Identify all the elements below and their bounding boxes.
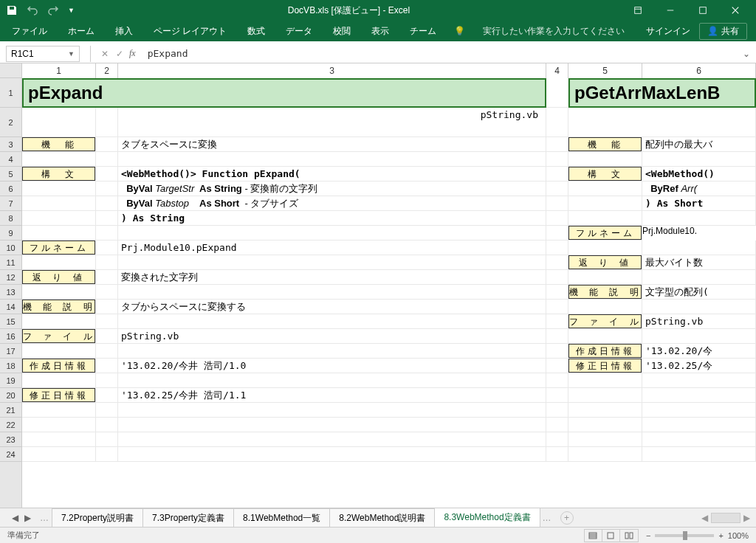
row-header[interactable]: 10 (0, 241, 21, 255)
sheet-tab-active[interactable]: 8.3WebMethod定義書 (434, 508, 540, 528)
cell[interactable] (642, 241, 756, 255)
cell[interactable] (118, 373, 546, 388)
cell[interactable] (96, 418, 118, 432)
cell[interactable] (96, 255, 118, 270)
cell[interactable] (546, 447, 568, 462)
col-header[interactable]: 2 (96, 63, 118, 78)
cell[interactable] (642, 329, 756, 344)
cell[interactable] (546, 270, 568, 285)
cell[interactable] (118, 403, 546, 418)
row-header[interactable]: 12 (0, 270, 21, 285)
koubun-line3[interactable]: ByVal Tabstop As Short - タブサイズ (118, 196, 546, 211)
cell[interactable] (118, 285, 546, 300)
cell[interactable] (642, 211, 756, 226)
cell[interactable] (96, 344, 118, 359)
row-header[interactable]: 16 (0, 329, 21, 344)
cell[interactable] (118, 226, 546, 241)
cancel-icon[interactable]: ✕ (101, 49, 109, 59)
koubun-r3[interactable]: ) As Short (642, 196, 756, 211)
fullname-value[interactable]: Prj.Module10.pExpand (118, 241, 546, 255)
row-header[interactable]: 15 (0, 314, 21, 329)
cell[interactable] (568, 447, 642, 462)
scroll-right-icon[interactable]: ▶ (743, 513, 750, 523)
kaerichi-r[interactable]: 最大バイト数 (642, 255, 756, 270)
horizontal-scrollbar[interactable] (711, 513, 740, 523)
col-header[interactable]: 3 (118, 63, 546, 78)
cell[interactable] (96, 403, 118, 418)
row-header[interactable]: 22 (0, 418, 21, 432)
cell[interactable] (642, 432, 756, 447)
cell[interactable] (96, 359, 118, 373)
tab-review[interactable]: 校閲 (330, 25, 354, 38)
cell[interactable] (22, 181, 96, 196)
cell[interactable] (568, 181, 642, 196)
row-header[interactable]: 14 (0, 300, 21, 314)
cell[interactable] (546, 285, 568, 300)
sakusei-r[interactable]: '13.02.20/今 (642, 344, 756, 359)
cell[interactable] (118, 447, 546, 462)
row-header[interactable]: 19 (0, 373, 21, 388)
cell[interactable] (96, 388, 118, 403)
ribbon-options-icon[interactable] (623, 1, 653, 19)
cell[interactable] (546, 78, 568, 108)
cell[interactable] (642, 403, 756, 418)
cell[interactable] (546, 137, 568, 152)
name-box[interactable]: R1C1 ▼ (6, 46, 80, 62)
cell[interactable] (568, 329, 642, 344)
maximize-icon[interactable] (688, 1, 718, 19)
cell[interactable] (642, 418, 756, 432)
zoom-out-button[interactable]: − (646, 531, 650, 540)
cell[interactable] (96, 300, 118, 314)
setsumei-r[interactable]: 文字型の配列( (642, 285, 756, 300)
cells-area[interactable]: pExpand pGetArrMaxLenB pString.vb 機 能 タブ… (22, 78, 756, 508)
koubun-line1[interactable]: <WebMethod()> Function pExpand( (118, 167, 546, 181)
setsumei-value[interactable]: タブからスペースに変換する (118, 300, 546, 314)
tellme-input[interactable]: 実行したい作業を入力してください (480, 25, 628, 38)
row-header[interactable]: 24 (0, 447, 21, 462)
shusei-r[interactable]: '13.02.25/今 (642, 359, 756, 373)
cell[interactable] (22, 373, 96, 388)
title-cell-left[interactable]: pExpand (22, 78, 546, 108)
row-header[interactable]: 3 (0, 137, 21, 152)
cell[interactable] (118, 344, 546, 359)
row-header[interactable]: 6 (0, 181, 21, 196)
cell[interactable] (642, 300, 756, 314)
cell[interactable] (642, 152, 756, 167)
cell[interactable] (22, 447, 96, 462)
shusei-value[interactable]: '13.02.25/今井 浩司/1.1 (118, 388, 546, 403)
koubun-line4[interactable]: ) As String (118, 211, 546, 226)
tab-insert[interactable]: 挿入 (112, 25, 136, 38)
row-header[interactable]: 8 (0, 211, 21, 226)
cell[interactable] (568, 388, 642, 403)
cell[interactable] (546, 388, 568, 403)
tab-home[interactable]: ホーム (65, 25, 97, 38)
row-header[interactable]: 21 (0, 403, 21, 418)
cell[interactable] (22, 432, 96, 447)
zoom-in-button[interactable]: + (718, 531, 723, 540)
row-header[interactable]: 9 (0, 226, 21, 241)
cell[interactable] (22, 285, 96, 300)
cell[interactable] (546, 329, 568, 344)
tab-view[interactable]: 表示 (368, 25, 392, 38)
cell[interactable] (96, 285, 118, 300)
qa-dropdown-icon[interactable]: ▼ (68, 7, 75, 14)
cell[interactable] (546, 314, 568, 329)
cell[interactable] (96, 181, 118, 196)
cell[interactable] (568, 418, 642, 432)
fullname-r[interactable]: Prj.Module10. (642, 226, 756, 241)
cell[interactable] (96, 241, 118, 255)
cell[interactable] (96, 373, 118, 388)
tab-nav-prev-icon[interactable]: ◀ (12, 513, 18, 523)
col-header[interactable]: 6 (642, 63, 756, 78)
cell[interactable] (22, 255, 96, 270)
cell[interactable] (96, 211, 118, 226)
cell[interactable] (546, 241, 568, 255)
cell[interactable] (546, 167, 568, 181)
cell[interactable] (96, 432, 118, 447)
view-pagelayout-icon[interactable] (602, 530, 620, 542)
sheet-tab[interactable]: 7.2Property説明書 (52, 508, 143, 528)
cell[interactable] (118, 418, 546, 432)
row-header[interactable]: 23 (0, 432, 21, 447)
cell[interactable] (96, 196, 118, 211)
cell[interactable] (568, 211, 642, 226)
